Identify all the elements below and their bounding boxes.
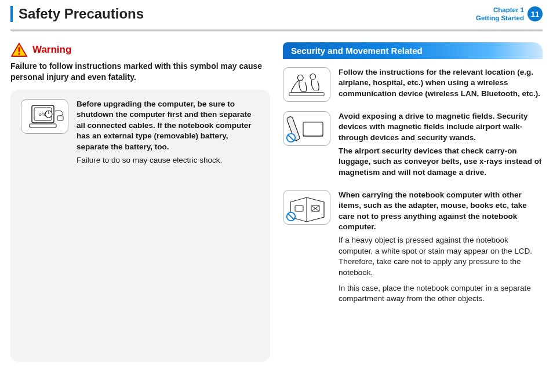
airplane-seat-icon bbox=[283, 67, 330, 102]
precaution-text: When carrying the notebook computer with… bbox=[339, 190, 543, 309]
right-column: Security and Movement Related Follow bbox=[283, 42, 543, 362]
header-divider bbox=[10, 30, 543, 31]
page-header: Safety Precautions Chapter 1 Getting Sta… bbox=[10, 6, 543, 26]
svg-rect-8 bbox=[57, 116, 63, 120]
page-number: 11 bbox=[531, 10, 539, 19]
left-panel: OFF Before upgrading the computer, be su… bbox=[10, 90, 270, 362]
svg-point-2 bbox=[18, 53, 20, 54]
section-heading-bar: Security and Movement Related bbox=[283, 42, 543, 59]
warning-triangle-icon bbox=[10, 42, 28, 57]
precaution-item: When carrying the notebook computer with… bbox=[283, 190, 543, 309]
off-label: OFF bbox=[39, 113, 46, 116]
prohibit-icon bbox=[286, 211, 296, 222]
svg-rect-11 bbox=[289, 92, 324, 96]
magnet-wand-icon bbox=[283, 111, 330, 146]
precaution-bold: Follow the instructions for the relevant… bbox=[339, 67, 543, 100]
precaution-text: Follow the instructions for the relevant… bbox=[339, 67, 543, 102]
chapter-block: Chapter 1 Getting Started 11 bbox=[476, 6, 543, 23]
precaution-bold: Before upgrading the computer, be sure t… bbox=[77, 99, 260, 153]
precaution-bold-2: The airport security devices that check … bbox=[339, 146, 543, 178]
svg-rect-12 bbox=[303, 122, 323, 136]
precaution-item: Follow the instructions for the relevant… bbox=[283, 67, 543, 102]
shutdown-computer-icon: OFF bbox=[21, 99, 68, 134]
svg-rect-1 bbox=[19, 47, 20, 52]
warning-intro-text: Failure to follow instructions marked wi… bbox=[10, 61, 270, 83]
left-column: Warning Failure to follow instructions m… bbox=[10, 42, 270, 362]
svg-point-10 bbox=[310, 74, 316, 79]
precaution-bold: When carrying the notebook computer with… bbox=[339, 190, 543, 233]
header-divider-inner bbox=[10, 31, 543, 32]
content-columns: Warning Failure to follow instructions m… bbox=[10, 42, 543, 362]
chapter-label: Chapter 1 Getting Started bbox=[476, 6, 524, 23]
chapter-line1: Chapter 1 bbox=[476, 6, 524, 14]
svg-point-9 bbox=[297, 75, 303, 80]
warning-heading: Warning bbox=[10, 42, 270, 57]
prohibit-icon bbox=[286, 133, 296, 143]
precaution-bold: Avoid exposing a drive to magnetic field… bbox=[339, 111, 543, 144]
title-block: Safety Precautions bbox=[10, 6, 144, 22]
precaution-plain-2: In this case, place the notebook compute… bbox=[339, 283, 543, 305]
warning-label: Warning bbox=[32, 44, 71, 56]
page-title: Safety Precautions bbox=[19, 6, 144, 22]
page-number-badge: 11 bbox=[527, 6, 543, 21]
section-heading-text: Security and Movement Related bbox=[291, 46, 423, 56]
precaution-text: Avoid exposing a drive to magnetic field… bbox=[339, 111, 543, 181]
right-content: Follow the instructions for the relevant… bbox=[283, 67, 543, 309]
precaution-item: Avoid exposing a drive to magnetic field… bbox=[283, 111, 543, 181]
precaution-plain-1: If a heavy object is pressed against the… bbox=[339, 235, 543, 279]
precaution-plain: Failure to do so may cause electric shoc… bbox=[77, 155, 260, 166]
precaution-item: OFF Before upgrading the computer, be su… bbox=[21, 99, 260, 171]
bag-pressure-icon bbox=[283, 190, 330, 225]
chapter-line2: Getting Started bbox=[476, 14, 524, 22]
svg-rect-5 bbox=[30, 124, 56, 127]
precaution-text: Before upgrading the computer, be sure t… bbox=[77, 99, 260, 171]
svg-rect-18 bbox=[295, 206, 303, 211]
